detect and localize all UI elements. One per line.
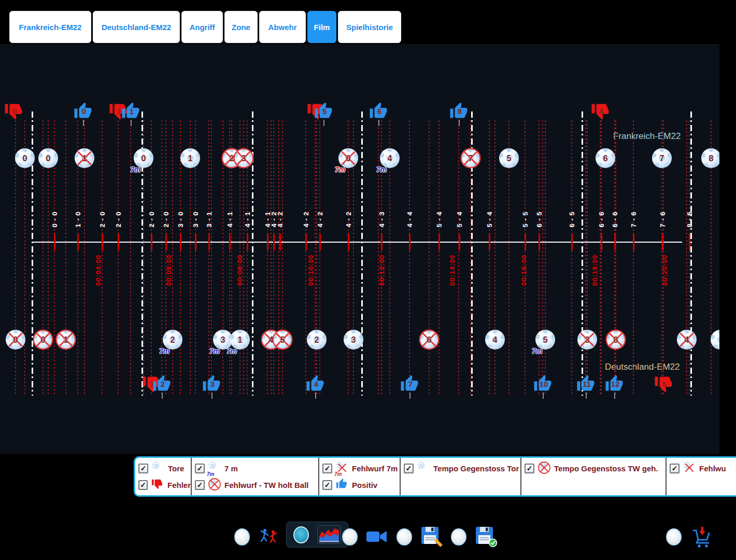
legend-item-label: Tempo Gegenstoss Tor [433, 464, 519, 473]
goal-ball-marker[interactable]: 1 [180, 148, 201, 169]
area-chart-icon[interactable] [317, 525, 341, 544]
miss-ball-marker[interactable]: 6 [419, 329, 440, 350]
goal-ball-marker[interactable]: 3 [343, 329, 364, 350]
miss-ball-marker[interactable]: 4 [676, 329, 697, 350]
period-separator-line [690, 111, 692, 396]
tab-abwehr[interactable]: Abwehr [259, 11, 306, 43]
goal-ball-marker[interactable] [710, 329, 719, 350]
thumb-down-marker[interactable]: 5 [654, 374, 673, 395]
goal-ball-marker[interactable]: 4 [485, 329, 505, 350]
legend-item-label: Fehler [167, 481, 191, 489]
view-mode-group [397, 524, 443, 550]
thumb-down-marker[interactable]: 4 [590, 102, 610, 122]
app-window: { "colors": { "accent_blue": "#2196f3", … [0, 0, 736, 560]
radio-video-camera[interactable] [342, 528, 358, 545]
score-tick [319, 234, 321, 250]
miss-ball-marker[interactable]: 3 [233, 148, 254, 169]
ball-icon [152, 461, 164, 475]
score-tick [525, 234, 526, 250]
legend-checkbox[interactable]: ✓ [138, 480, 148, 490]
miss-ball-marker[interactable]: 7 [460, 148, 481, 169]
tab-film[interactable]: Film [307, 11, 336, 43]
goal-ball-marker[interactable]: 6 [595, 148, 616, 169]
thumb-up-marker[interactable]: 10 [533, 374, 553, 395]
legend-checkbox[interactable]: ✓ [195, 480, 205, 490]
radio-save-check[interactable] [451, 528, 466, 545]
thumb-up-marker[interactable]: 8 [449, 102, 469, 122]
legend-checkbox[interactable]: ✓ [322, 480, 332, 490]
goal-ball-marker[interactable]: 2 [306, 329, 327, 350]
legend-item-label: Tore [168, 464, 184, 473]
tab-spielhistorie[interactable]: Spielhistorie [338, 11, 401, 43]
save-check-icon[interactable] [475, 526, 498, 548]
event-grid-line [438, 120, 440, 394]
score-label: 1 - 0 [74, 211, 82, 227]
legend-checkbox[interactable]: ✓ [195, 464, 205, 473]
thumb-up-marker[interactable]: 6 [369, 102, 388, 122]
miss-ball-marker[interactable]: 8 [605, 329, 626, 350]
event-grid-line [587, 120, 588, 394]
save-edit-icon[interactable] [420, 526, 443, 548]
miss-ball-marker[interactable]: 5 [272, 329, 293, 350]
time-label: 00:12:00 [378, 255, 386, 286]
tab-frankreich-em22[interactable]: Frankreich-EM22 [9, 11, 91, 43]
period-separator-line [582, 111, 583, 396]
score-tick [305, 234, 307, 250]
tab-angriff[interactable]: Angriff [181, 11, 223, 43]
video-camera-icon[interactable] [366, 528, 388, 545]
legend-item: ✓Positiv [322, 478, 400, 492]
legend-item-label: Fehlwurf - TW holt Ball [224, 481, 308, 489]
legend-checkbox[interactable]: ✓ [670, 464, 680, 473]
thumb-up-marker[interactable]: 1 [121, 102, 140, 122]
goal-ball-marker[interactable]: 5 [499, 148, 519, 169]
tab-deutschland-em22[interactable]: Deutschland-EM22 [93, 11, 180, 43]
thumb-up-marker[interactable]: 0 [73, 102, 93, 122]
thumb-up-marker[interactable]: 11 [576, 374, 596, 395]
miss-ball-marker[interactable]: 0 [33, 329, 53, 350]
cart-download-icon[interactable] [690, 525, 714, 549]
thumb-up-marker[interactable]: 4 [305, 374, 325, 395]
thumb-up-marker[interactable]: 2 [152, 374, 172, 395]
ball-miss-7m-icon: 7m [336, 461, 348, 475]
radio-players[interactable] [234, 528, 250, 545]
legend-checkbox[interactable]: ✓ [138, 464, 148, 473]
thumb-down-marker[interactable]: 0 [4, 102, 23, 122]
miss-ball-marker[interactable]: 0 [5, 329, 26, 350]
goal-ball-marker[interactable]: 8 [701, 148, 719, 169]
score-label: 3 - 0 [192, 211, 200, 227]
legend-checkbox[interactable]: ✓ [322, 464, 332, 473]
event-grid-line [545, 120, 546, 394]
thumb-up-marker[interactable]: 3 [202, 374, 221, 395]
radio-save-edit[interactable] [397, 528, 412, 545]
score-tick [601, 234, 602, 250]
radio-cart-download[interactable] [666, 528, 682, 545]
legend-checkbox[interactable]: ✓ [404, 464, 414, 473]
score-label: 2 - 0 [98, 211, 106, 227]
miss-ball-marker[interactable]: 07m [338, 148, 359, 169]
legend-checkbox[interactable]: ✓ [525, 464, 534, 473]
miss-ball-marker[interactable]: 1 [55, 329, 76, 350]
goal-ball-marker[interactable]: 47m [379, 148, 400, 169]
radio-area-chart[interactable] [293, 526, 309, 543]
event-grid-line [315, 120, 316, 394]
score-tick [571, 234, 573, 250]
score-label: 4 - 2 [302, 211, 310, 227]
tab-zone[interactable]: Zone [224, 11, 258, 43]
thumb-up-marker[interactable]: 7 [400, 374, 419, 395]
miss-ball-marker[interactable]: 1 [74, 148, 95, 169]
goal-ball-marker[interactable]: 0 [38, 148, 59, 169]
goal-ball-marker[interactable]: 7 [652, 148, 672, 169]
event-grid-line [118, 120, 119, 394]
miss-ball-marker[interactable]: 3 [577, 329, 598, 350]
goal-ball-marker[interactable]: 07m [133, 148, 154, 169]
event-grid-line [686, 120, 687, 394]
goal-ball-marker[interactable]: 17m [230, 329, 250, 350]
goal-ball-marker[interactable]: 0 [15, 148, 35, 169]
players-icon[interactable] [258, 526, 279, 547]
score-label: 5 - 4 [456, 211, 463, 227]
score-tick [208, 234, 210, 250]
goal-ball-marker[interactable]: 27m [162, 329, 183, 350]
goal-ball-marker[interactable]: 57m [535, 329, 556, 350]
thumb-up-marker[interactable]: 12 [604, 374, 624, 395]
thumb-up-marker[interactable]: 5 [314, 102, 333, 122]
